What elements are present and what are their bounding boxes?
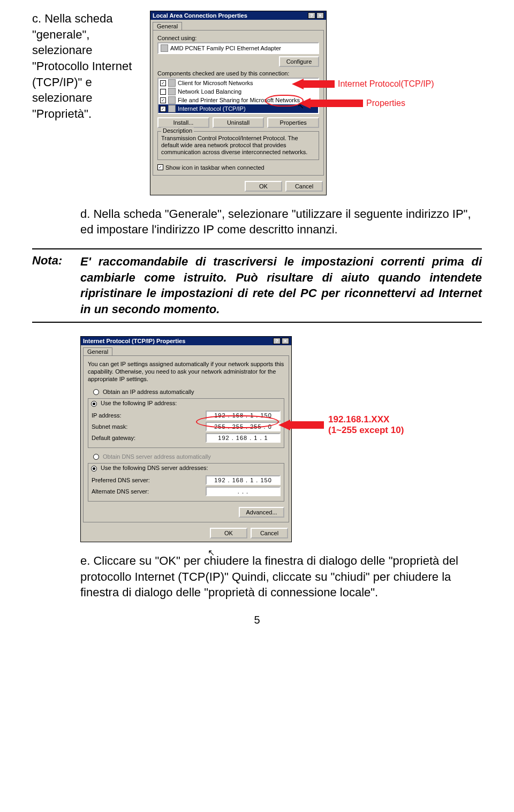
checkbox-icon[interactable]: ✓ — [160, 106, 166, 112]
ok-button-2[interactable]: OK — [210, 528, 247, 538]
checkbox-icon[interactable]: ✓ — [160, 97, 166, 103]
radio-use-dns-label: Use the following DNS server addresses: — [101, 465, 208, 471]
show-icon-checkbox[interactable]: ✓ — [157, 164, 163, 170]
tab-general-1[interactable]: General — [153, 22, 182, 30]
dialog1-title: Local Area Connection Properties — [153, 12, 247, 19]
component-icon — [168, 79, 176, 87]
step-e-text: e. Cliccare su "OK" per chiudere la fine… — [32, 553, 482, 601]
radio-use-dns[interactable] — [91, 466, 97, 472]
callout-ip-line1: 192.168.1.XXX — [328, 414, 404, 425]
nota-block: Nota: E' raccomandabile di trascriversi … — [32, 248, 482, 323]
component-icon — [168, 105, 176, 112]
tcpip-properties-dialog: Internet Protocol (TCP/IP) Properties ? … — [80, 336, 292, 542]
dialog2-area: Internet Protocol (TCP/IP) Properties ? … — [32, 336, 482, 542]
show-icon-label: Show icon in taskbar when connected — [165, 164, 264, 171]
nota-label: Nota: — [32, 254, 80, 317]
cancel-button-2[interactable]: Cancel — [251, 528, 288, 538]
callout-properties: Properties — [299, 98, 405, 109]
install-button[interactable]: Install... — [157, 117, 209, 128]
properties-highlight-oval — [265, 95, 304, 107]
dialog2-titlebar: Internet Protocol (TCP/IP) Properties ? … — [81, 337, 291, 345]
configure-button[interactable]: Configure — [279, 56, 319, 67]
description-body: Transmission Control Protocol/Internet P… — [161, 135, 315, 156]
components-label: Components checked are used by this conn… — [157, 70, 319, 77]
component-icon — [168, 88, 176, 95]
cancel-button-1[interactable]: Cancel — [285, 181, 323, 192]
adapter-icon — [161, 44, 168, 52]
preferred-dns-label: Preferred DNS server: — [92, 477, 172, 483]
callout-tcpip: Internet Protocol(TCP/IP) — [292, 79, 434, 89]
connect-using-label: Connect using: — [157, 35, 319, 41]
step-c-text: c. Nella scheda "generale", selezionare … — [32, 11, 150, 195]
list-item-label: Network Load Balancing — [178, 88, 241, 95]
alternate-dns-input[interactable]: . . . — [206, 487, 281, 496]
preferred-dns-input[interactable]: 192 . 168 . 1 . 150 — [206, 475, 281, 485]
component-icon — [168, 96, 176, 104]
step-d-text: d. Nella scheda "Generale", selezionare … — [32, 206, 482, 238]
adapter-name: AMD PCNET Family PCI Ethernet Adapter — [170, 45, 281, 51]
checkbox-icon[interactable]: ✓ — [160, 80, 166, 86]
default-gateway-label: Default gateway: — [92, 435, 172, 441]
dialog1-titlebar: Local Area Connection Properties ? × — [150, 11, 326, 20]
close-icon[interactable]: × — [316, 12, 324, 19]
help-icon[interactable]: ? — [273, 338, 281, 344]
description-legend: Description — [161, 127, 194, 134]
close-icon[interactable]: × — [282, 338, 289, 344]
radio-use-ip[interactable] — [91, 401, 97, 407]
tab-general-2[interactable]: General — [83, 347, 112, 355]
radio-obtain-ip-label: Obtain an IP address automatically — [103, 389, 194, 395]
callout-properties-label: Properties — [366, 98, 405, 108]
list-item-label: Client for Microsoft Networks — [178, 80, 253, 86]
callout-ip: 192.168.1.XXX (1~255 except 10) — [278, 414, 404, 436]
ok-button-1[interactable]: OK — [245, 181, 282, 192]
properties-button[interactable]: Properties — [267, 117, 319, 128]
dialog1-area: Local Area Connection Properties ? × Gen… — [150, 11, 482, 195]
default-gateway-input[interactable]: 192 . 168 . 1 . 1 — [206, 433, 281, 443]
checkbox-icon[interactable] — [160, 89, 166, 95]
uninstall-button[interactable]: Uninstall — [213, 117, 264, 128]
intro-text: You can get IP settings assigned automat… — [88, 360, 284, 383]
ip-highlight-oval — [196, 415, 279, 428]
help-icon[interactable]: ? — [308, 12, 315, 19]
radio-obtain-dns — [93, 454, 99, 460]
advanced-button[interactable]: Advanced... — [239, 507, 284, 518]
nota-body: E' raccomandabile di trascriversi le imp… — [80, 254, 482, 317]
page-number: 5 — [32, 614, 482, 626]
radio-obtain-ip[interactable] — [93, 389, 99, 395]
subnet-mask-label: Subnet mask: — [92, 423, 172, 430]
alternate-dns-label: Alternate DNS server: — [92, 488, 172, 495]
callout-tcpip-label: Internet Protocol(TCP/IP) — [338, 79, 434, 89]
callout-ip-line2: (1~255 except 10) — [328, 425, 404, 436]
dialog2-title: Internet Protocol (TCP/IP) Properties — [83, 338, 185, 344]
list-item-label: Internet Protocol (TCP/IP) — [178, 105, 246, 112]
radio-obtain-dns-label: Obtain DNS server address automatically — [103, 453, 211, 460]
radio-use-ip-label: Use the following IP address: — [101, 400, 177, 406]
ip-address-label: IP address: — [92, 412, 172, 419]
